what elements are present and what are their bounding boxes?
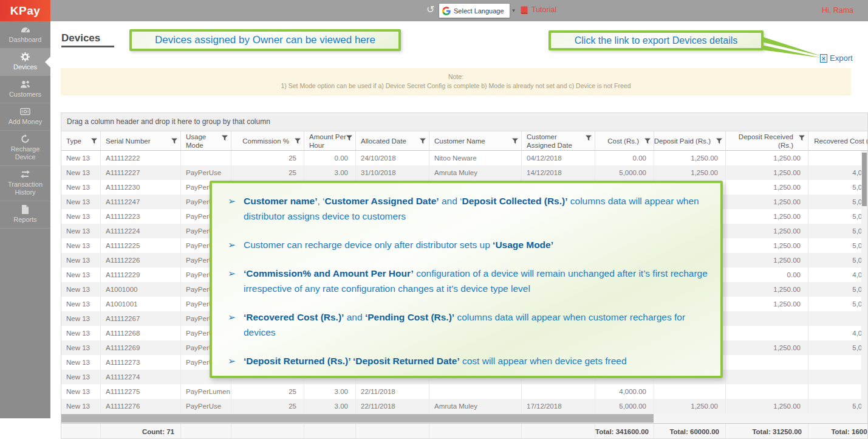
- filter-icon[interactable]: [716, 138, 722, 144]
- filter-icon[interactable]: [91, 138, 97, 144]
- table-row[interactable]: New 13A11112276PayPerUse253.0022/11/2018…: [61, 399, 868, 413]
- cell-recovered-cost-rs-: 5,000.00: [808, 180, 868, 195]
- annotation-list: ➢Customer name’, ‘Customer Assigned Date…: [228, 193, 708, 368]
- filter-icon[interactable]: [171, 138, 177, 144]
- cell-deposit-paid-rs-: 1,250.00: [654, 399, 726, 413]
- cell-serial-number: A11112275: [101, 384, 181, 399]
- footer-deposit-paid-rs-: Total: 60000.00: [654, 424, 726, 439]
- cell-serial-number: A11112273: [101, 355, 181, 370]
- sidebar-item-label: Devices: [1, 63, 49, 71]
- table-row[interactable]: New 13A11112275PayPerLumen253.0022/11/20…: [61, 384, 868, 399]
- cell-type: New 13: [61, 355, 101, 370]
- cell-cost-rs-: 4,000.00: [595, 384, 654, 399]
- export-link[interactable]: Export: [820, 54, 853, 63]
- cell-type: New 13: [61, 340, 101, 355]
- sidebar-item-devices[interactable]: Devices: [0, 49, 50, 76]
- sidebar-item-dashboard[interactable]: Dashboard: [0, 21, 50, 49]
- filter-icon[interactable]: [586, 135, 592, 141]
- cell-recovered-cost-rs-: 4,000.00: [808, 165, 868, 180]
- transfer-icon: [1, 170, 49, 179]
- footer-deposit-received-rs-: Total: 31250.00: [726, 424, 808, 439]
- cell-recovered-cost-rs-: 5,000.00: [808, 340, 868, 355]
- column-header-deposit-paid-rs-[interactable]: Deposit Paid (Rs.): [654, 131, 726, 150]
- filter-icon[interactable]: [346, 135, 352, 141]
- sidebar-item-reports[interactable]: Reports: [0, 201, 50, 229]
- language-label: Select Language: [454, 7, 504, 15]
- sidebar-item-label: Add Money: [1, 118, 49, 126]
- cell-recovered-cost-rs-: 5,000.00: [808, 209, 868, 224]
- filter-icon[interactable]: [420, 138, 426, 144]
- callout-export: Click the link to export Devices details: [548, 30, 764, 50]
- app-logo[interactable]: KPay: [0, 0, 50, 21]
- tutorial-label: Tutorial: [531, 5, 556, 14]
- cell-commission-: 25: [231, 151, 304, 165]
- cell-serial-number: A11112267: [101, 311, 181, 326]
- cell-type: New 13: [61, 326, 101, 340]
- table-row[interactable]: New 13A11112227PayPerUse253.0031/10/2018…: [61, 165, 868, 180]
- column-header-allocated-date[interactable]: Allocated Date: [356, 131, 429, 150]
- footer-cell: [356, 424, 429, 439]
- vertical-scrollbar[interactable]: [861, 151, 867, 413]
- cell-usage-mode: PayPerUse: [181, 165, 231, 180]
- sidebar-item-transaction-history[interactable]: Transaction History: [0, 166, 50, 201]
- cell-customer-name: Amruta Muley: [429, 399, 522, 413]
- column-header-amount-per-hour[interactable]: Amount Per Hour: [304, 131, 356, 150]
- cell-type: New 13: [61, 238, 101, 253]
- cell-recovered-cost-rs-: 4,000.00: [808, 268, 868, 282]
- filter-icon[interactable]: [222, 135, 228, 141]
- cell-type: New 13: [61, 224, 101, 238]
- note-banner: Note: 1) Set Mode option can be used if …: [61, 68, 851, 95]
- table-footer-row: Count: 71Total: 341600.00Total: 60000.00…: [61, 423, 868, 439]
- column-header-usage-mode[interactable]: Usage Mode: [181, 131, 231, 150]
- cell-recovered-cost-rs-: 5,000.00: [808, 253, 868, 268]
- arrow-bullet-icon: ➢: [228, 237, 244, 252]
- column-header-commission-[interactable]: Commission %: [231, 131, 304, 150]
- horizontal-scrollbar-thumb[interactable]: [61, 414, 654, 423]
- tutorial-link[interactable]: Tutorial: [520, 5, 556, 14]
- sidebar-item-recharge-device[interactable]: Recharge Device: [0, 131, 50, 166]
- cell-deposit-received-rs-: [726, 311, 808, 326]
- sidebar-item-label: Dashboard: [1, 36, 49, 44]
- filter-icon[interactable]: [644, 138, 651, 144]
- cell-type: New 13: [61, 165, 101, 180]
- column-header-deposit-received-rs-[interactable]: Deposit Received (Rs.): [726, 131, 808, 150]
- column-header-customer-assigned-date[interactable]: Customer Assigned Date: [522, 131, 595, 150]
- table-row[interactable]: New 13A11112222250.0024/10/2018Nitoo New…: [61, 151, 868, 165]
- language-selector[interactable]: Select Language ▼: [439, 3, 510, 18]
- cell-type: New 13: [61, 195, 101, 209]
- column-header-cost-rs-[interactable]: Cost (Rs.): [595, 131, 654, 150]
- cell-recovered-cost-rs-: 4,000.00: [808, 326, 868, 340]
- cell-deposit-received-rs-: [726, 355, 808, 370]
- cell-allocated-date: 22/11/2018: [356, 399, 429, 413]
- filter-icon[interactable]: [799, 135, 805, 141]
- cell-customer-name: [429, 384, 522, 399]
- refresh-icon[interactable]: ↺: [426, 4, 434, 15]
- column-header-serial-number[interactable]: Serial Number: [101, 131, 181, 150]
- cell-customer-assigned-date: [522, 384, 595, 399]
- cell-deposit-received-rs-: [726, 370, 808, 384]
- column-header-type[interactable]: Type: [61, 131, 101, 150]
- sidebar-item-customers[interactable]: Customers: [0, 76, 50, 103]
- filter-icon[interactable]: [512, 138, 518, 144]
- money-icon: [1, 107, 49, 117]
- column-header-recovered-cost-rs-[interactable]: Recovered Cost (Rs.): [808, 131, 868, 150]
- cell-usage-mode: PayPerLumen: [181, 384, 231, 399]
- arrow-bullet-icon: ➢: [228, 353, 244, 368]
- cell-type: New 13: [61, 370, 101, 384]
- cell-usage-mode: [181, 151, 231, 165]
- filter-icon[interactable]: [295, 138, 301, 144]
- sidebar-item-add-money[interactable]: Add Money: [0, 103, 50, 131]
- cell-type: New 13: [61, 297, 101, 311]
- column-header-customer-name[interactable]: Customer Name: [429, 131, 522, 150]
- cell-type: New 13: [61, 253, 101, 268]
- horizontal-scrollbar[interactable]: [61, 413, 868, 423]
- group-by-bar[interactable]: Drag a column header and drop it here to…: [61, 113, 868, 131]
- cell-commission-: 25: [231, 399, 304, 413]
- cell-commission-: 25: [231, 165, 304, 180]
- chevron-down-icon[interactable]: ▼: [510, 8, 518, 13]
- annotation-bullet: ➢Customer can recharge device only after…: [228, 237, 708, 252]
- footer-cell: [61, 424, 101, 439]
- cell-amount-per-hour: 0.00: [304, 151, 356, 165]
- vertical-scrollbar-thumb[interactable]: [862, 153, 867, 206]
- cell-deposit-received-rs-: 1,250.00: [726, 253, 808, 268]
